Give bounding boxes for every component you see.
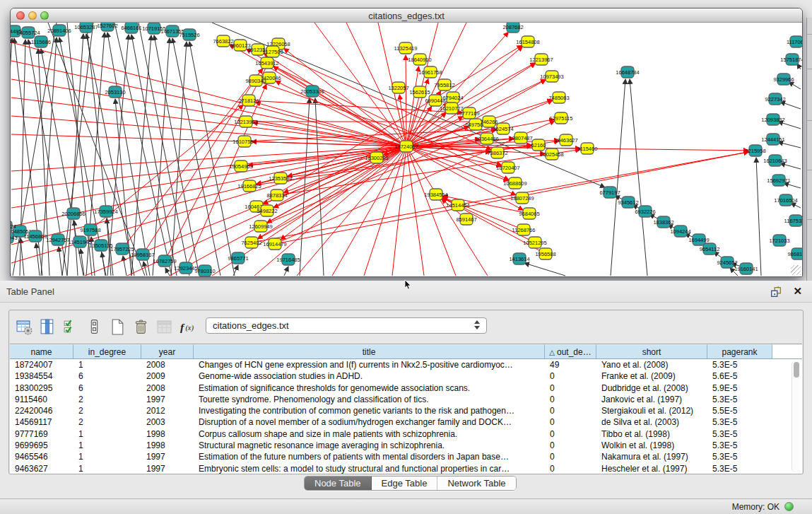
network-node[interactable]: 6466161 — [121, 23, 141, 33]
network-node[interactable]: 2087682 — [502, 23, 523, 33]
table-row[interactable]: 1872400712008Changes of HCN gene express… — [10, 359, 802, 370]
cell-out_de[interactable]: 0 — [545, 394, 596, 405]
cell-pagerank[interactable]: 5.3E-5 — [707, 394, 772, 405]
table-row[interactable]: 1830029562008Estimation of significance … — [10, 382, 802, 394]
cell-name[interactable]: 9463627 — [10, 463, 73, 474]
network-node[interactable]: 9868137 — [787, 248, 802, 259]
cell-pagerank[interactable]: 5.3E-5 — [707, 451, 772, 462]
rows-icon[interactable] — [83, 316, 105, 337]
network-node[interactable]: 19160141 — [734, 263, 758, 274]
cell-name[interactable]: 9699695 — [10, 440, 73, 451]
network-node[interactable]: 15751874 — [780, 54, 802, 65]
table-selector-dropdown[interactable]: citations_edges.txt — [206, 317, 487, 334]
column-header-short[interactable]: short — [596, 344, 707, 358]
cell-out_de[interactable]: 0 — [545, 416, 596, 428]
cell-year[interactable]: 1997 — [141, 451, 194, 462]
column-header-name[interactable]: name — [10, 344, 73, 358]
cell-title[interactable]: Embryonic stem cells: a model to study s… — [194, 463, 545, 474]
column-header-year[interactable]: year — [141, 344, 194, 358]
cell-pagerank[interactable]: 5.3E-5 — [707, 428, 772, 440]
cell-year[interactable]: 2008 — [141, 359, 194, 370]
cell-out_de[interactable]: 0 — [545, 440, 596, 451]
table-row[interactable]: 911546021997Tourette syndrome. Phenomeno… — [10, 394, 802, 405]
float-panel-icon[interactable] — [770, 286, 782, 298]
network-node[interactable]: 62160 — [531, 139, 546, 151]
network-node[interactable]: 17016504 — [774, 194, 797, 206]
network-node[interactable]: 2718126 — [238, 95, 259, 106]
cell-in_degree[interactable]: 6 — [73, 382, 141, 394]
network-window-titlebar[interactable]: citations_edges.txt — [11, 8, 802, 23]
cell-name[interactable]: 22420046 — [10, 405, 73, 416]
network-view-window[interactable]: 1644959140557241115686208914061065328715… — [10, 8, 803, 277]
cell-in_degree[interactable]: 6 — [73, 370, 141, 382]
network-node[interactable]: 11325419 — [394, 42, 418, 54]
network-node[interactable]: 1115686 — [31, 36, 51, 47]
cell-pagerank[interactable]: 5.3E-5 — [707, 440, 772, 451]
cell-out_de[interactable]: 0 — [545, 428, 596, 440]
cell-title[interactable]: Structural magnetic resonance image aver… — [194, 440, 545, 451]
scrollbar-thumb[interactable] — [794, 362, 799, 378]
table-row[interactable]: 1938455462009Genome-wide association stu… — [10, 370, 802, 382]
network-node[interactable]: 10653287 — [74, 23, 98, 33]
table-scrollbar[interactable] — [792, 361, 799, 472]
cell-title[interactable]: Changes of HCN gene expression and I(f) … — [194, 359, 545, 370]
cell-name[interactable]: 9465546 — [10, 451, 73, 462]
table-row[interactable]: 977716911998Corpus callosum shape and si… — [10, 428, 802, 440]
column-header-title[interactable]: title — [194, 344, 545, 358]
cell-in_degree[interactable]: 1 — [73, 359, 141, 370]
cell-name[interactable]: 18724007 — [10, 359, 73, 370]
tab-edge-table[interactable]: Edge Table — [372, 477, 438, 490]
cell-name[interactable]: 9777169 — [10, 428, 73, 440]
table-options-icon[interactable] — [13, 316, 35, 337]
network-node[interactable]: 12213967 — [529, 54, 553, 65]
cell-title[interactable]: Genome-wide association studies in ADHD. — [194, 370, 545, 382]
tab-node-table[interactable]: Node Table — [305, 477, 372, 490]
cell-year[interactable]: 2009 — [141, 370, 194, 382]
network-node[interactable]: 1117065 — [787, 36, 802, 47]
cell-pagerank[interactable]: 5.9E-5 — [707, 382, 772, 394]
cell-in_degree[interactable]: 2 — [73, 394, 141, 405]
new-table-icon[interactable] — [107, 316, 128, 337]
network-node[interactable]: 7955812 — [434, 79, 454, 90]
network-node[interactable]: 16961758 — [418, 66, 442, 78]
cell-name[interactable]: 9115460 — [10, 394, 73, 405]
delete-table-icon[interactable] — [130, 316, 151, 337]
cell-title[interactable]: Estimation of significance thresholds fo… — [194, 382, 545, 394]
cell-out_de[interactable]: 0 — [545, 463, 596, 474]
cell-year[interactable]: 2003 — [141, 416, 194, 428]
cell-in_degree[interactable]: 1 — [73, 440, 141, 451]
network-node[interactable]: 19716485 — [276, 254, 300, 265]
cell-in_degree[interactable]: 2 — [73, 405, 141, 416]
column-header-in_degree[interactable]: in_degree — [73, 344, 141, 358]
network-node[interactable]: 11675336 — [784, 215, 802, 226]
network-node[interactable]: 1413614 — [509, 253, 529, 264]
network-node[interactable]: 9115460 — [577, 143, 598, 154]
cell-short[interactable]: de Silva et al. (2003) — [596, 416, 707, 428]
table-row[interactable]: 946362711997Embryonic stem cells: a mode… — [10, 463, 802, 474]
table-row[interactable]: 2242004622012Investigating the contribut… — [10, 405, 802, 416]
network-node[interactable]: 16720407 — [496, 162, 519, 173]
network-node[interactable]: 12353594 — [269, 173, 292, 184]
cell-pagerank[interactable]: 5.3E-5 — [707, 463, 772, 474]
cell-name[interactable]: 18300295 — [10, 382, 73, 394]
table-row[interactable]: 1456911722003Disruption of a novel membe… — [10, 416, 802, 428]
network-node[interactable]: 7485063 — [548, 92, 569, 103]
function-builder-icon[interactable]: f(x) — [177, 316, 198, 337]
network-node[interactable]: 12975115 — [550, 112, 573, 124]
table-row[interactable]: 946554611997Estimation of the future num… — [10, 451, 802, 462]
network-node[interactable]: 8878334 — [266, 189, 287, 201]
column-header-out_de[interactable]: △out_de… — [545, 344, 596, 358]
cell-year[interactable]: 1998 — [141, 428, 194, 440]
network-node[interactable]: 11268766 — [512, 224, 536, 235]
cell-year[interactable]: 1997 — [141, 463, 194, 474]
cell-title[interactable]: Disruption of a novel member of a sodium… — [194, 416, 545, 428]
network-node[interactable]: 8215958 — [745, 145, 765, 156]
network-node[interactable]: 16107554 — [233, 136, 256, 147]
cell-short[interactable]: Wolkin et al. (1998) — [596, 440, 707, 451]
network-node[interactable]: 1721033 — [769, 235, 789, 246]
table-row[interactable]: 969969511998Structural magnetic resonanc… — [10, 440, 802, 451]
cell-year[interactable]: 1998 — [141, 440, 194, 451]
cell-short[interactable]: Tibbo et al. (1998) — [596, 428, 707, 440]
cell-short[interactable]: Hescheler et al. (1997) — [596, 463, 707, 474]
cell-name[interactable]: 14569117 — [10, 416, 73, 428]
